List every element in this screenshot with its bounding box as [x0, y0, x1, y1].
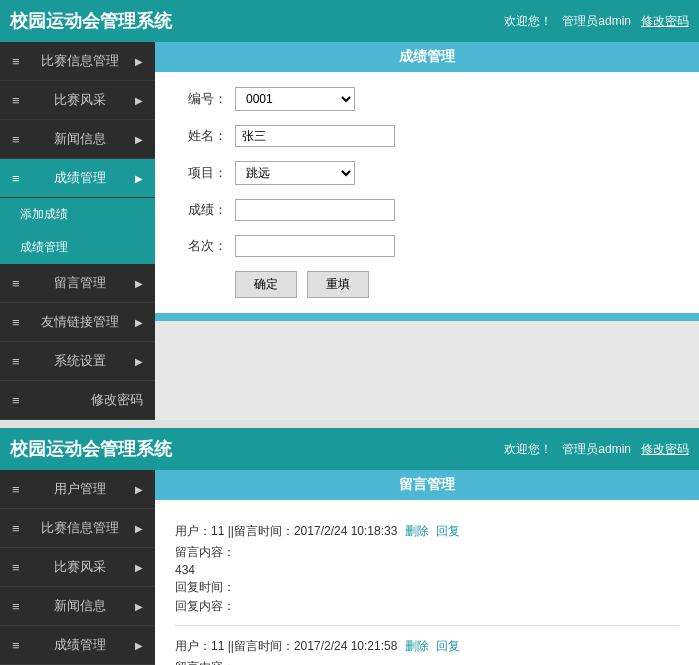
- form-select-0[interactable]: 0001: [235, 87, 355, 111]
- top-sidebar-item-1[interactable]: ≡比赛风采▶: [0, 81, 155, 120]
- bottom-header: 校园运动会管理系统 欢迎您！ 管理员admin 修改密码: [0, 428, 699, 470]
- sidebar-label: 留言管理: [54, 274, 106, 292]
- form-row-1: 姓名：: [175, 125, 679, 147]
- menu-icon: ≡: [12, 638, 20, 653]
- menu-icon: ≡: [12, 132, 20, 147]
- form-row-0: 编号：0001: [175, 87, 679, 111]
- sidebar-label: 比赛信息管理: [41, 52, 119, 70]
- form-row-4: 名次：: [175, 235, 679, 257]
- form-row-2: 项目：跳远: [175, 161, 679, 185]
- arrow-icon: ▶: [135, 134, 143, 145]
- form-select-2[interactable]: 跳远: [235, 161, 355, 185]
- menu-icon: ≡: [12, 560, 20, 575]
- message-header-0: 用户：11 ||留言时间：2017/2/24 10:18:33 删除 回复: [175, 523, 679, 540]
- arrow-icon: ▶: [135, 278, 143, 289]
- top-sidebar-item-4[interactable]: ≡留言管理▶: [0, 264, 155, 303]
- bottom-sidebar-item-1[interactable]: ≡比赛信息管理▶: [0, 509, 155, 548]
- top-sidebar: ≡比赛信息管理▶≡比赛风采▶≡新闻信息▶≡成绩管理▶添加成绩成绩管理≡留言管理▶…: [0, 42, 155, 420]
- sidebar-label: 比赛信息管理: [41, 519, 119, 537]
- top-sidebar-sub-3: 添加成绩成绩管理: [0, 198, 155, 264]
- top-panel: 校园运动会管理系统 欢迎您！ 管理员admin 修改密码 ≡比赛信息管理▶≡比赛…: [0, 0, 699, 420]
- menu-icon: ≡: [12, 354, 20, 369]
- bottom-main: 留言管理 用户：11 ||留言时间：2017/2/24 10:18:33 删除 …: [155, 470, 699, 665]
- top-sidebar-item-0[interactable]: ≡比赛信息管理▶: [0, 42, 155, 81]
- bottom-user: 管理员admin: [562, 441, 631, 458]
- msg-content-label-1: 留言内容：: [175, 659, 679, 665]
- top-sub-item-3-0[interactable]: 添加成绩: [0, 198, 155, 231]
- form-label-3: 成绩：: [175, 201, 235, 219]
- arrow-icon: ▶: [135, 601, 143, 612]
- msg-user-1: 用户：11: [175, 639, 224, 653]
- reply-link-1[interactable]: 回复: [436, 639, 460, 653]
- bottom-change-pwd[interactable]: 修改密码: [641, 441, 689, 458]
- form-label-0: 编号：: [175, 90, 235, 108]
- user-name: 管理员admin: [562, 13, 631, 30]
- change-pwd-link[interactable]: 修改密码: [641, 13, 689, 30]
- form-label-4: 名次：: [175, 237, 235, 255]
- bottom-sidebar-item-2[interactable]: ≡比赛风采▶: [0, 548, 155, 587]
- form-title: 成绩管理: [155, 42, 699, 72]
- form-input-4[interactable]: [235, 235, 395, 257]
- top-sidebar-item-6[interactable]: ≡系统设置▶: [0, 342, 155, 381]
- bottom-welcome: 欢迎您！: [504, 441, 552, 458]
- form-input-3[interactable]: [235, 199, 395, 221]
- sidebar-label: 成绩管理: [54, 169, 106, 187]
- msg-user-0: 用户：11: [175, 524, 224, 538]
- delete-link-1[interactable]: 删除: [405, 639, 429, 653]
- menu-icon: ≡: [12, 276, 20, 291]
- top-sidebar-item-3[interactable]: ≡成绩管理▶: [0, 159, 155, 198]
- sidebar-label: 新闻信息: [54, 597, 106, 615]
- top-sidebar-item-5[interactable]: ≡友情链接管理▶: [0, 303, 155, 342]
- top-sidebar-item-7[interactable]: ≡修改密码: [0, 381, 155, 420]
- arrow-icon: ▶: [135, 173, 143, 184]
- top-main: 成绩管理 编号：0001姓名：项目：跳远成绩：名次：确定重填: [155, 42, 699, 420]
- menu-icon: ≡: [12, 315, 20, 330]
- form-body: 编号：0001姓名：项目：跳远成绩：名次：确定重填: [155, 72, 699, 313]
- menu-icon: ≡: [12, 521, 20, 536]
- message-header-1: 用户：11 ||留言时间：2017/2/24 10:21:58 删除 回复: [175, 638, 679, 655]
- msg-time-0: ||留言时间：2017/2/24 10:18:33: [228, 524, 398, 538]
- sidebar-label: 系统设置: [54, 352, 106, 370]
- msg-time-1: ||留言时间：2017/2/24 10:21:58: [228, 639, 398, 653]
- bottom-sidebar-item-0[interactable]: ≡用户管理▶: [0, 470, 155, 509]
- bottom-body: ≡用户管理▶≡比赛信息管理▶≡比赛风采▶≡新闻信息▶≡成绩管理▶≡留言管理▶留言…: [0, 470, 699, 665]
- msg-reply-content-label-0: 回复内容：: [175, 598, 679, 615]
- reset-button[interactable]: 重填: [307, 271, 369, 298]
- sidebar-label: 新闻信息: [54, 130, 106, 148]
- bottom-sidebar-item-4[interactable]: ≡成绩管理▶: [0, 626, 155, 665]
- top-sidebar-item-2[interactable]: ≡新闻信息▶: [0, 120, 155, 159]
- form-row-3: 成绩：: [175, 199, 679, 221]
- bottom-panel: 校园运动会管理系统 欢迎您！ 管理员admin 修改密码 ≡用户管理▶≡比赛信息…: [0, 428, 699, 665]
- menu-icon: ≡: [12, 54, 20, 69]
- menu-icon: ≡: [12, 482, 20, 497]
- sidebar-label: 比赛风采: [54, 91, 106, 109]
- msg-content-label-0: 留言内容：: [175, 544, 679, 561]
- message-title: 留言管理: [155, 470, 699, 500]
- arrow-icon: ▶: [135, 317, 143, 328]
- confirm-button[interactable]: 确定: [235, 271, 297, 298]
- form-buttons: 确定重填: [235, 271, 679, 298]
- arrow-icon: ▶: [135, 562, 143, 573]
- message-item-1: 用户：11 ||留言时间：2017/2/24 10:21:58 删除 回复留言内…: [175, 630, 679, 665]
- reply-link-0[interactable]: 回复: [436, 524, 460, 538]
- bottom-header-right: 欢迎您！ 管理员admin 修改密码: [504, 441, 689, 458]
- sidebar-label: 用户管理: [54, 480, 106, 498]
- menu-icon: ≡: [12, 93, 20, 108]
- welcome-text: 欢迎您！: [504, 13, 552, 30]
- delete-link-0[interactable]: 删除: [405, 524, 429, 538]
- message-list: 用户：11 ||留言时间：2017/2/24 10:18:33 删除 回复留言内…: [155, 500, 699, 665]
- top-sub-item-3-1[interactable]: 成绩管理: [0, 231, 155, 264]
- menu-icon: ≡: [12, 171, 20, 186]
- arrow-icon: ▶: [135, 484, 143, 495]
- top-header-right: 欢迎您！ 管理员admin 修改密码: [504, 13, 689, 30]
- form-input-1[interactable]: [235, 125, 395, 147]
- panel-separator: [0, 420, 699, 428]
- bottom-sidebar-item-3[interactable]: ≡新闻信息▶: [0, 587, 155, 626]
- menu-icon: ≡: [12, 599, 20, 614]
- bottom-title: 校园运动会管理系统: [10, 437, 504, 461]
- sidebar-label: 友情链接管理: [41, 313, 119, 331]
- sidebar-label: 修改密码: [91, 391, 143, 409]
- arrow-icon: ▶: [135, 523, 143, 534]
- sidebar-label: 成绩管理: [54, 636, 106, 654]
- top-header: 校园运动会管理系统 欢迎您！ 管理员admin 修改密码: [0, 0, 699, 42]
